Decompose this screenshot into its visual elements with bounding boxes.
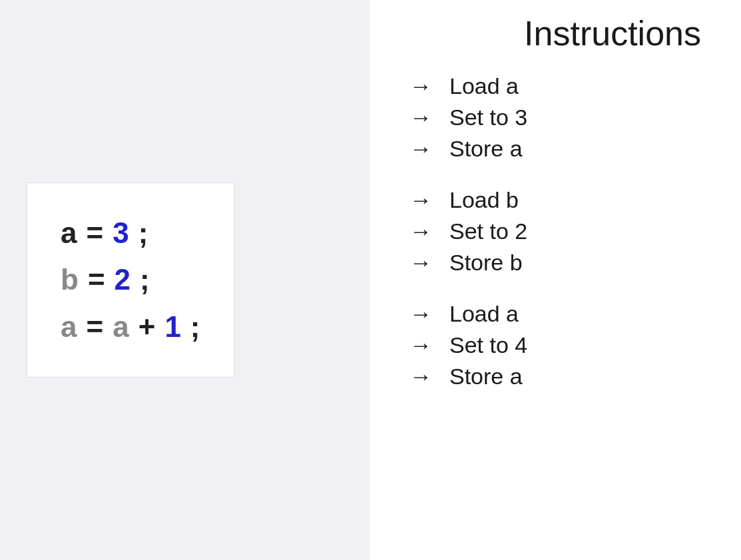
arrow-icon-2: → bbox=[409, 105, 433, 131]
var-b-1: b bbox=[61, 256, 79, 303]
semi-2: ; bbox=[140, 256, 150, 303]
semi-1: ; bbox=[138, 210, 148, 256]
semi-3: ; bbox=[190, 304, 200, 350]
code-line-2: b = 2; bbox=[61, 256, 200, 303]
instruction-text-4: Load b bbox=[449, 187, 519, 213]
instruction-text-6: Store b bbox=[449, 250, 523, 276]
arrow-icon-4: → bbox=[409, 187, 433, 213]
instruction-text-9: Store a bbox=[449, 364, 523, 390]
arrow-icon-3: → bbox=[409, 136, 433, 162]
instruction-group-1: → Load a → Set to 3 → Store a bbox=[409, 73, 714, 167]
arrow-icon-1: → bbox=[409, 73, 433, 99]
instruction-text-7: Load a bbox=[449, 301, 519, 327]
num-2: 2 bbox=[115, 256, 130, 303]
code-line-1: a = 3; bbox=[61, 210, 200, 256]
var-a-3: a bbox=[113, 304, 128, 350]
num-1: 1 bbox=[164, 304, 180, 350]
instruction-text-2: Set to 3 bbox=[449, 105, 527, 131]
equals-1: = bbox=[86, 210, 103, 256]
arrow-icon-9: → bbox=[409, 364, 433, 390]
equals-2: = bbox=[88, 256, 105, 303]
instruction-item-store-a-1: → Store a bbox=[409, 136, 714, 162]
arrow-icon-6: → bbox=[409, 250, 433, 276]
var-a-2: a bbox=[61, 304, 77, 350]
instruction-item-load-b: → Load b bbox=[409, 187, 714, 213]
arrow-icon-7: → bbox=[409, 301, 433, 327]
instruction-group-3: → Load a → Set to 4 → Store a bbox=[409, 301, 714, 395]
code-block: a = 3; b = 2; a = a + 1; bbox=[27, 182, 234, 378]
arrow-icon-8: → bbox=[409, 332, 433, 358]
instruction-text-5: Set to 2 bbox=[449, 218, 527, 244]
num-3: 3 bbox=[113, 210, 128, 256]
instruction-text-1: Load a bbox=[449, 73, 519, 99]
instruction-text-3: Store a bbox=[449, 136, 523, 162]
plus-1: + bbox=[138, 304, 156, 350]
code-line-3: a = a + 1; bbox=[61, 304, 200, 350]
instruction-group-2: → Load b → Set to 2 → Store b bbox=[409, 187, 714, 281]
var-a-1: a bbox=[61, 210, 77, 256]
arrow-icon-5: → bbox=[409, 218, 433, 244]
instruction-text-8: Set to 4 bbox=[449, 332, 527, 358]
instruction-item-store-a-2: → Store a bbox=[409, 364, 714, 390]
instructions-title: Instructions bbox=[409, 13, 701, 53]
instruction-item-load-a-2: → Load a bbox=[409, 301, 714, 327]
instruction-item-set-4: → Set to 4 bbox=[409, 332, 714, 358]
instruction-item-set-3: → Set to 3 bbox=[409, 105, 714, 131]
left-panel: a = 3; b = 2; a = a + 1; bbox=[0, 0, 370, 560]
instruction-item-set-2: → Set to 2 bbox=[409, 218, 714, 244]
equals-3: = bbox=[86, 304, 103, 350]
right-panel: Instructions → Load a → Set to 3 → Store… bbox=[370, 0, 741, 560]
instruction-item-load-a-1: → Load a bbox=[409, 73, 714, 99]
instruction-item-store-b: → Store b bbox=[409, 250, 714, 276]
